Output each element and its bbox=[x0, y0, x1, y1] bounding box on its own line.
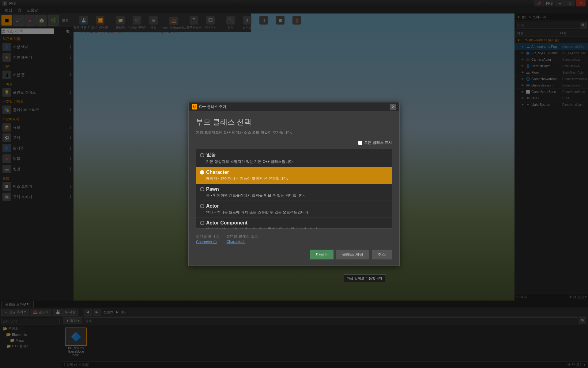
selected-class-row: 선택된 클래스 Character ⓘ bbox=[196, 234, 219, 245]
modal-buttons: 다음 > 클래스 세팅 취소 bbox=[196, 250, 392, 259]
selected-class-value[interactable]: Character ⓘ bbox=[196, 240, 219, 245]
class-name: Actor bbox=[206, 203, 219, 209]
modal-description: 게임 프로젝트에 C++ 헤더와 소스 코드 파일이 추가됩니다. bbox=[196, 130, 392, 135]
tooltip: 다음 단계로 이동합니다. bbox=[344, 274, 386, 282]
show-all-classes-label[interactable]: 모든 클래스 표시 bbox=[358, 140, 392, 145]
class-radio bbox=[200, 153, 204, 157]
class-name: Actor Component bbox=[206, 220, 247, 226]
modal-options-row: 모든 클래스 표시 bbox=[196, 140, 392, 145]
class-name: 없음 bbox=[206, 152, 216, 158]
class-item-actor[interactable]: Actor 액터 - 액터는 월드에 배치 또는 스폰할 수 있는 오브젝트입니… bbox=[196, 201, 392, 218]
selected-class-source-row: 선택된 클래스 소스 Character.h bbox=[226, 234, 258, 245]
cancel-btn[interactable]: 취소 bbox=[372, 250, 392, 259]
tooltip-text: 다음 단계로 이동합니다. bbox=[347, 276, 383, 280]
cpp-class-dialog: U C++ 클래스 추가 ✕ 부모 클래스 선택 게임 프로젝트에 C++ 헤더… bbox=[188, 102, 400, 266]
class-radio bbox=[200, 187, 204, 191]
class-item-pawn[interactable]: Pawn 폰 - 빙의하면 컨트롤러에서 입력을 받을 수 있는 액터입니다. bbox=[196, 184, 392, 201]
show-all-classes-checkbox[interactable] bbox=[358, 141, 362, 145]
class-header: Character bbox=[200, 170, 388, 175]
modal-heading: 부모 클래스 선택 bbox=[196, 117, 392, 127]
class-name: Pawn bbox=[206, 186, 219, 192]
selected-class-label: 선택된 클래스 bbox=[196, 234, 219, 239]
class-header: 없음 bbox=[200, 152, 388, 158]
modal-overlay: U C++ 클래스 추가 ✕ 부모 클래스 선택 게임 프로젝트에 C++ 헤더… bbox=[0, 0, 588, 368]
class-item-character[interactable]: Character 캐릭터 - 걷어다니는 기능이 포함된 폰 유형입니다. bbox=[196, 167, 392, 184]
class-desc: 액터 컴포넌트 - 액터에 추가가능한 이름재사용 가능한 컴포넌트입니다. bbox=[200, 227, 388, 229]
modal-ue-icon: U bbox=[192, 104, 197, 109]
class-desc: 캐릭터 - 걷어다니는 기능이 포함된 폰 유형입니다. bbox=[200, 176, 388, 181]
class-radio bbox=[200, 204, 204, 208]
selected-class-source-value[interactable]: Character.h bbox=[226, 240, 258, 244]
class-item-none[interactable]: 없음 기본 생성자와 소멸자가 있는 기본 C++ 클래스입니다. bbox=[196, 149, 392, 167]
next-btn[interactable]: 다음 > bbox=[310, 250, 334, 259]
class-header: Actor Component bbox=[200, 220, 388, 226]
modal-title-content: U C++ 클래스 추가 bbox=[192, 104, 226, 109]
class-desc: 폰 - 빙의하면 컨트롤러에서 입력을 받을 수 있는 액터입니다. bbox=[200, 193, 388, 198]
class-settings-btn[interactable]: 클래스 세팅 bbox=[336, 250, 369, 259]
modal-footer-info: 선택된 클래스 Character ⓘ 선택된 클래스 소스 Character… bbox=[196, 234, 392, 245]
class-desc: 기본 생성자와 소멸자가 있는 기본 C++ 클래스입니다. bbox=[200, 159, 388, 164]
modal-title-bar: U C++ 클래스 추가 ✕ bbox=[189, 102, 399, 111]
class-list: 없음 기본 생성자와 소멸자가 있는 기본 C++ 클래스입니다. Charac… bbox=[196, 149, 392, 229]
modal-close-btn[interactable]: ✕ bbox=[390, 104, 396, 110]
class-name: Character bbox=[206, 170, 229, 175]
class-radio bbox=[200, 221, 204, 225]
modal-title-text: C++ 클래스 추가 bbox=[199, 104, 226, 109]
selected-class-source-label: 선택된 클래스 소스 bbox=[226, 234, 258, 239]
modal-body: 부모 클래스 선택 게임 프로젝트에 C++ 헤더와 소스 코드 파일이 추가됩… bbox=[189, 111, 399, 266]
show-all-classes-text: 모든 클래스 표시 bbox=[364, 140, 392, 145]
class-radio bbox=[200, 170, 204, 174]
class-header: Actor bbox=[200, 203, 388, 209]
class-item-actor_component[interactable]: Actor Component 액터 컴포넌트 - 액터에 추가가능한 이름재사… bbox=[196, 218, 392, 229]
class-header: Pawn bbox=[200, 186, 388, 192]
class-desc: 액터 - 액터는 월드에 배치 또는 스폰할 수 있는 오브젝트입니다. bbox=[200, 210, 388, 215]
